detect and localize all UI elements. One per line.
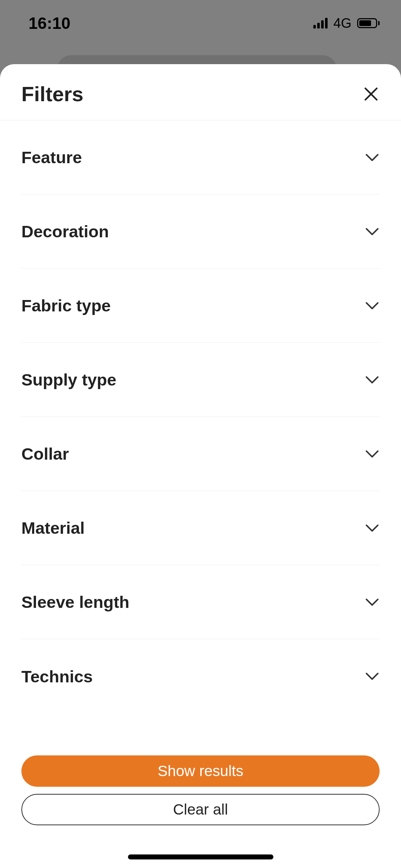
chevron-down-icon xyxy=(365,224,380,239)
sheet-header: Filters xyxy=(0,64,401,120)
filter-label: Decoration xyxy=(21,222,109,241)
sheet-title: Filters xyxy=(21,82,83,106)
chevron-down-icon xyxy=(365,446,380,461)
battery-icon xyxy=(357,18,380,28)
chevron-down-icon xyxy=(365,669,380,684)
filter-row-material[interactable]: Material xyxy=(21,491,380,565)
network-label: 4G xyxy=(333,16,351,31)
filter-row-collar[interactable]: Collar xyxy=(21,417,380,491)
filter-row-technics[interactable]: Technics xyxy=(21,639,380,713)
chevron-down-icon xyxy=(365,521,380,536)
filter-label: Supply type xyxy=(21,370,116,389)
chevron-down-icon xyxy=(365,372,380,387)
home-indicator[interactable] xyxy=(128,854,273,859)
clear-all-button[interactable]: Clear all xyxy=(21,794,380,825)
filter-label: Sleeve length xyxy=(21,592,129,612)
filter-label: Collar xyxy=(21,444,69,464)
filter-row-supply-type[interactable]: Supply type xyxy=(21,343,380,417)
sheet-footer: Show results Clear all xyxy=(0,748,401,868)
filter-row-decoration[interactable]: Decoration xyxy=(21,195,380,269)
chevron-down-icon xyxy=(365,150,380,165)
filter-label: Technics xyxy=(21,667,93,686)
filter-label: Feature xyxy=(21,148,82,167)
status-right: 4G xyxy=(313,16,380,31)
chevron-down-icon xyxy=(365,595,380,610)
chevron-down-icon xyxy=(365,298,380,313)
cellular-signal-icon xyxy=(313,18,328,29)
status-time: 16:10 xyxy=(29,14,71,33)
close-button[interactable] xyxy=(363,86,380,103)
close-icon xyxy=(363,86,379,102)
show-results-button[interactable]: Show results xyxy=(21,755,380,787)
filter-label: Fabric type xyxy=(21,296,111,315)
filters-sheet: Filters Feature Decoration Fabric type xyxy=(0,64,401,868)
status-bar: 16:10 4G xyxy=(0,0,401,46)
filter-row-sleeve-length[interactable]: Sleeve length xyxy=(21,565,380,639)
filter-row-feature[interactable]: Feature xyxy=(21,120,380,195)
filter-row-fabric-type[interactable]: Fabric type xyxy=(21,269,380,343)
filter-label: Material xyxy=(21,518,85,538)
